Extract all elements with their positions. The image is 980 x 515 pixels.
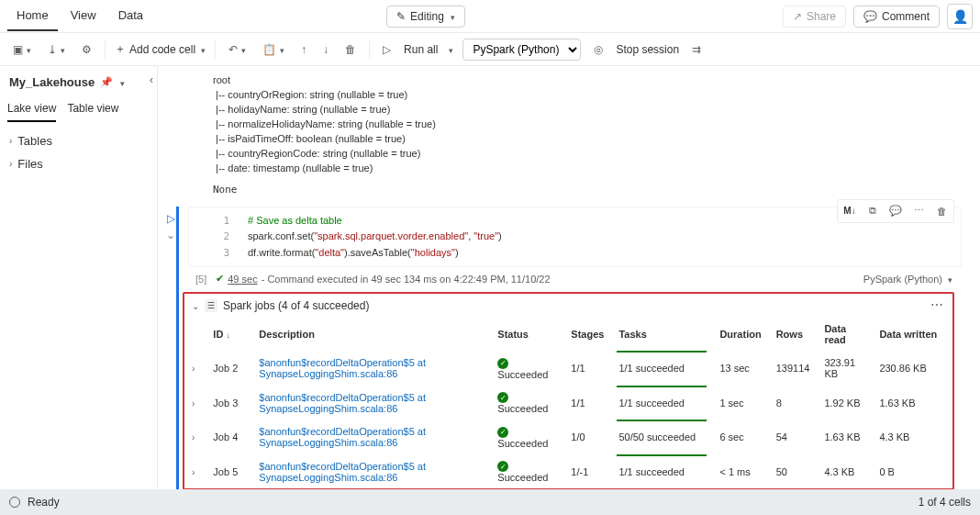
stop-session-button[interactable]: Stop session: [616, 43, 679, 56]
editing-label: Editing: [410, 10, 444, 23]
move-up-icon[interactable]: ↑: [297, 41, 310, 58]
undo-icon[interactable]: ↶: [225, 41, 250, 58]
menu-home[interactable]: Home: [7, 1, 58, 31]
spark-job-row[interactable]: ›Job 4$anonfun$recordDeltaOperation$5 at…: [184, 420, 952, 454]
job-data-written: 4.3 KB: [872, 420, 952, 454]
target-icon[interactable]: ◎: [590, 41, 607, 58]
chevron-right-icon: ›: [9, 136, 12, 146]
comment-button[interactable]: 💬 Comment: [853, 6, 940, 28]
job-id: Job 4: [206, 420, 251, 454]
job-tasks: 1/1 succeeded: [618, 466, 685, 477]
separator: [215, 40, 216, 59]
job-description-link[interactable]: $anonfun$recordDeltaOperation$5 at Synap…: [259, 392, 426, 414]
task-progress-bar: [617, 386, 707, 387]
delete-icon[interactable]: 🗑: [341, 41, 360, 58]
chevron-down-icon[interactable]: [118, 76, 125, 89]
kernel-select[interactable]: PySpark (Python): [462, 39, 581, 61]
chevron-down-icon[interactable]: [946, 274, 952, 285]
run-cell-icon[interactable]: ▷: [167, 212, 175, 225]
plus-icon: ＋: [115, 41, 126, 57]
cell-more-icon[interactable]: ⋯: [908, 202, 929, 220]
job-stages: 1/-1: [563, 454, 611, 489]
settings-icon[interactable]: ⚙: [78, 41, 95, 58]
expand-row-icon[interactable]: ›: [192, 432, 195, 442]
job-data-read: 4.3 KB: [817, 454, 872, 489]
pin-icon[interactable]: 📌: [100, 76, 113, 88]
clipboard-icon[interactable]: 📋: [259, 41, 288, 58]
status-bar: Ready 1 of 4 cells: [0, 489, 980, 515]
job-rows: 8: [769, 386, 818, 420]
job-data-written: 1.63 KB: [872, 386, 952, 420]
job-stages: 1/1: [563, 386, 611, 420]
check-icon: ✔: [216, 273, 224, 285]
add-code-cell-button[interactable]: ＋ Add code cell: [115, 41, 206, 57]
chevron-down-icon[interactable]: [447, 43, 453, 56]
exec-kernel: PySpark (Python): [863, 274, 942, 285]
spark-job-row[interactable]: ›Job 5$anonfun$recordDeltaOperation$5 at…: [184, 454, 952, 489]
collapse-cell-icon[interactable]: ⌄: [166, 229, 175, 241]
spark-jobs-table: ID ↓ Description Status Stages Tasks Dur…: [184, 318, 952, 488]
run-all-button[interactable]: Run all: [404, 43, 438, 56]
menu-view[interactable]: View: [61, 1, 106, 31]
success-icon: ✓: [497, 358, 508, 369]
job-data-written: 0 B: [872, 454, 952, 489]
schema-output: root |-- countryOrRegion: string (nullab…: [176, 66, 980, 201]
job-description-link[interactable]: $anonfun$recordDeltaOperation$5 at Synap…: [259, 357, 426, 379]
execution-status: [5] ✔ 49 sec - Command executed in 49 se…: [186, 267, 962, 290]
table-view-tab[interactable]: Table view: [67, 96, 118, 122]
job-stages: 1/0: [563, 420, 611, 454]
markdown-toggle-icon[interactable]: M↓: [840, 202, 860, 220]
cell-delete-icon[interactable]: 🗑: [931, 202, 952, 220]
export-icon[interactable]: ⤓: [44, 41, 69, 58]
collapse-spark-icon[interactable]: ⌄: [192, 301, 199, 311]
expand-row-icon[interactable]: ›: [192, 364, 195, 374]
none-output: None: [213, 184, 962, 196]
spark-jobs-panel: ⋯ ⌄ ☰ Spark jobs (4 of 4 succeeded) ID ↓…: [183, 292, 954, 489]
lake-view-tab[interactable]: Lake view: [7, 96, 56, 122]
job-data-read: 1.63 KB: [817, 420, 872, 454]
cell-comment-icon[interactable]: 💬: [885, 202, 906, 220]
job-description-link[interactable]: $anonfun$recordDeltaOperation$5 at Synap…: [259, 461, 426, 483]
tree-tables[interactable]: › Tables: [6, 129, 151, 152]
collapse-sidebar-icon[interactable]: ‹: [150, 73, 153, 86]
save-icon[interactable]: ▣: [9, 41, 35, 58]
separator: [105, 40, 106, 59]
expand-row-icon[interactable]: ›: [192, 398, 195, 409]
job-id: Job 2: [206, 351, 251, 386]
job-status: Succeeded: [497, 403, 548, 414]
job-data-read: 1.92 KB: [817, 386, 872, 420]
success-icon: ✓: [497, 461, 508, 472]
job-description-link[interactable]: $anonfun$recordDeltaOperation$5 at Synap…: [259, 426, 426, 448]
job-status: Succeeded: [497, 472, 548, 483]
chevron-right-icon: ›: [9, 159, 12, 169]
expand-row-icon[interactable]: ›: [192, 467, 195, 477]
job-duration: 6 sec: [712, 420, 768, 454]
move-down-icon[interactable]: ↓: [319, 41, 332, 58]
editing-button[interactable]: ✎ Editing: [386, 6, 465, 28]
tree-files[interactable]: › Files: [6, 152, 151, 175]
comment-label: Comment: [882, 10, 930, 23]
success-icon: ✓: [497, 392, 508, 403]
spark-job-row[interactable]: ›Job 2$anonfun$recordDeltaOperation$5 at…: [184, 351, 952, 386]
collab-button[interactable]: 👤: [947, 4, 973, 29]
job-status: Succeeded: [497, 438, 548, 449]
run-icon[interactable]: ▷: [379, 41, 395, 58]
person-icon: 👤: [952, 9, 968, 24]
queue-icon[interactable]: ⇉: [688, 41, 705, 58]
job-duration: < 1 ms: [712, 454, 768, 489]
share-button[interactable]: ↗ Share: [783, 6, 846, 28]
tree-files-label: Files: [17, 157, 42, 171]
edit-icon: ✎: [396, 10, 406, 23]
job-id: Job 5: [206, 454, 251, 489]
job-tasks: 50/50 succeeded: [618, 431, 696, 442]
spark-job-row[interactable]: ›Job 3$anonfun$recordDeltaOperation$5 at…: [184, 386, 952, 420]
cell-copy-icon[interactable]: ⧉: [863, 202, 883, 220]
comment-icon: 💬: [863, 10, 877, 23]
separator: [369, 40, 370, 59]
code-cell-5[interactable]: M↓ ⧉ 💬 ⋯ 🗑 ▷ ⌄ 1# Save as delta table 2s…: [176, 207, 962, 489]
panel-more-icon[interactable]: ⋯: [930, 297, 943, 312]
job-status: Succeeded: [497, 369, 548, 380]
spark-icon: ☰: [205, 299, 217, 312]
menu-data[interactable]: Data: [109, 1, 152, 31]
job-duration: 13 sec: [712, 351, 768, 386]
